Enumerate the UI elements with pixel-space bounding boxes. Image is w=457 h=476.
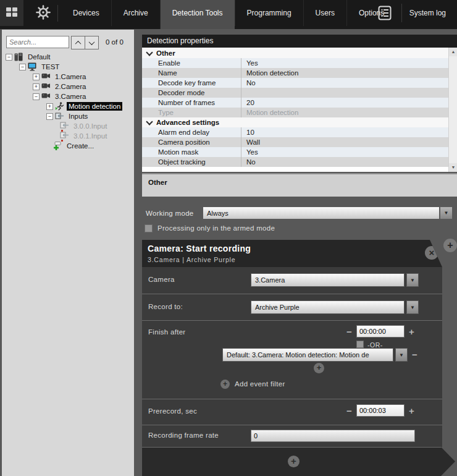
- prerecord-label: Prerecord, sec: [148, 407, 197, 415]
- property-row[interactable]: Object trackingNo: [142, 157, 448, 167]
- search-match-count: 0 of 0: [106, 38, 124, 46]
- property-row[interactable]: NameMotion detection: [142, 68, 448, 78]
- tree-item-test-server[interactable]: − TEST: [2, 62, 134, 72]
- property-value: Motion detection: [241, 108, 448, 117]
- server-icon: [14, 53, 24, 61]
- add-event-filter-icon[interactable]: +: [220, 380, 230, 389]
- property-value[interactable]: Motion detection: [241, 68, 448, 78]
- tree-item-camera-1[interactable]: + 1.Camera: [2, 72, 134, 82]
- add-action-button[interactable]: +: [288, 456, 300, 467]
- settings-button[interactable]: [34, 5, 52, 22]
- event-filter-dropdown[interactable]: Default: 3.Camera: Motion detection: Mot…: [222, 348, 393, 362]
- record-to-dropdown[interactable]: Archive Purple: [251, 300, 405, 314]
- tree-item-input-300[interactable]: 3.0.0.Input: [2, 121, 134, 131]
- framerate-label: Recording frame rate: [148, 431, 219, 439]
- collapse-toggle-icon[interactable]: −: [6, 54, 12, 61]
- property-label: Type: [158, 108, 241, 117]
- category-row-other[interactable]: Other: [142, 48, 448, 58]
- framerate-input[interactable]: [251, 430, 415, 442]
- tab-detection-tools[interactable]: Detection Tools: [160, 0, 235, 29]
- dropdown-arrow-icon[interactable]: ▼: [406, 273, 419, 287]
- expand-toggle-icon[interactable]: +: [33, 74, 40, 80]
- property-row[interactable]: Camera positionWall: [142, 137, 448, 147]
- dropdown-arrow-icon[interactable]: ▼: [406, 300, 419, 314]
- scrollbar[interactable]: ▲ ▼: [448, 48, 457, 172]
- tree-item-default[interactable]: − Default: [2, 52, 134, 62]
- property-row[interactable]: Motion maskYes: [142, 147, 448, 157]
- remove-event-minus-icon[interactable]: −: [412, 349, 417, 361]
- device-tree-panel: 0 of 0 − Default − TEST +: [2, 30, 134, 476]
- search-next-button[interactable]: [85, 36, 99, 49]
- property-value[interactable]: No: [241, 78, 448, 88]
- property-value[interactable]: Yes: [241, 147, 448, 157]
- tree-item-label: 1.Camera: [53, 72, 88, 81]
- dropdown-arrow-icon[interactable]: ▼: [395, 348, 408, 362]
- or-checkbox[interactable]: [356, 341, 364, 348]
- property-row[interactable]: Decode key frameNo: [142, 78, 448, 88]
- finish-time-input[interactable]: [356, 325, 405, 338]
- tab-archive[interactable]: Archive: [111, 0, 160, 26]
- property-description-title: Other: [142, 174, 457, 186]
- property-row[interactable]: EnableYes: [142, 58, 448, 68]
- device-tree: − Default − TEST + 1.Camera: [2, 52, 134, 151]
- property-value[interactable]: [241, 88, 448, 98]
- tree-item-label: 3.0.1.Input: [72, 132, 109, 140]
- plus-icon[interactable]: +: [409, 405, 414, 417]
- tab-users[interactable]: Users: [303, 0, 346, 26]
- property-label: Object tracking: [158, 157, 241, 167]
- property-value[interactable]: 20: [241, 98, 448, 108]
- collapse-toggle-icon[interactable]: −: [33, 93, 40, 100]
- search-prev-button[interactable]: [71, 36, 85, 49]
- tab-programming[interactable]: Programming: [235, 0, 303, 26]
- top-toolbar: Devices Archive Detection Tools Programm…: [0, 0, 457, 29]
- working-mode-label: Working mode: [146, 210, 194, 217]
- search-input[interactable]: [6, 36, 69, 48]
- property-row[interactable]: Decoder mode: [142, 88, 448, 98]
- property-value[interactable]: No: [241, 157, 448, 167]
- tree-item-camera-2[interactable]: + 2.Camera: [2, 82, 134, 91]
- tree-item-label: Default: [26, 53, 52, 61]
- expand-toggle-icon[interactable]: +: [33, 83, 40, 90]
- property-value[interactable]: 10: [241, 127, 448, 137]
- expand-toggle-icon[interactable]: +: [46, 103, 53, 110]
- property-grid: Other EnableYes NameMotion detection Dec…: [142, 48, 457, 172]
- tree-item-motion-detection[interactable]: + Motion detection: [2, 101, 134, 111]
- dropdown-arrow-icon[interactable]: ▼: [440, 206, 453, 219]
- add-condition-button[interactable]: +: [314, 363, 324, 373]
- prerecord-time-input[interactable]: [356, 404, 405, 417]
- working-mode-dropdown[interactable]: Always: [203, 206, 440, 219]
- add-action-button[interactable]: +: [443, 239, 457, 252]
- property-row[interactable]: Number of frames20: [142, 98, 448, 108]
- minus-icon[interactable]: −: [346, 405, 352, 417]
- finish-after-row: Finish after − + -OR- Default: 3.Camera:…: [142, 320, 442, 399]
- tree-item-label: TEST: [40, 62, 61, 71]
- plus-icon[interactable]: +: [409, 326, 414, 338]
- action-title: Camera: Start recording: [148, 244, 251, 253]
- motion-detection-icon: [55, 102, 65, 111]
- log-report-icon: [375, 4, 402, 22]
- tab-devices[interactable]: Devices: [61, 0, 111, 26]
- collapse-toggle-icon[interactable]: −: [46, 113, 53, 120]
- camera-dropdown[interactable]: 3.Camera: [251, 273, 405, 287]
- property-value[interactable]: Wall: [241, 137, 448, 147]
- tree-item-inputs[interactable]: − Inputs: [2, 111, 134, 121]
- monitor-icon: [28, 62, 38, 71]
- collapse-toggle-icon[interactable]: −: [19, 64, 26, 70]
- close-icon[interactable]: ×: [425, 246, 438, 260]
- scroll-up-icon[interactable]: ▲: [449, 48, 457, 56]
- tree-item-create[interactable]: Create...: [2, 141, 134, 151]
- minus-icon[interactable]: −: [346, 326, 352, 338]
- armed-mode-checkbox[interactable]: [145, 224, 153, 232]
- property-value[interactable]: Yes: [241, 58, 448, 68]
- tree-item-input-301[interactable]: 3.0.1.Input: [2, 131, 134, 141]
- category-row-advanced-settings[interactable]: Advanced settings: [142, 117, 448, 127]
- add-event-filter-label[interactable]: Add event filter: [235, 380, 285, 388]
- property-row[interactable]: Alarm end delay10: [142, 127, 448, 137]
- tree-item-camera-3[interactable]: − 3.Camera: [2, 91, 134, 101]
- app-menu-button[interactable]: [0, 0, 23, 26]
- scroll-down-icon[interactable]: ▼: [449, 163, 457, 172]
- tree-item-label: Inputs: [67, 112, 90, 121]
- property-label: Camera position: [158, 137, 241, 147]
- property-label: Alarm end delay: [158, 127, 241, 137]
- system-log-button[interactable]: System log: [375, 0, 446, 26]
